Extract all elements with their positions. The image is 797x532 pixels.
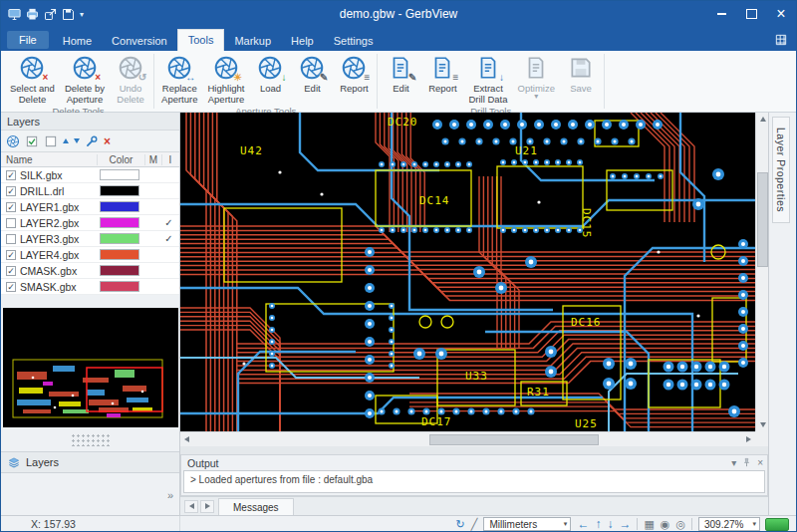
save-icon[interactable] — [61, 7, 76, 22]
measure-icon[interactable]: ╱ — [471, 519, 478, 530]
tab-nav-right-arrow[interactable] — [200, 500, 214, 513]
layer-color-swatch[interactable] — [100, 217, 139, 228]
ribbon-button-save[interactable]: Save — [560, 54, 602, 95]
tab-conversion[interactable]: Conversion — [102, 31, 177, 51]
app-icon[interactable] — [7, 7, 22, 22]
ribbon-button-load[interactable]: ↓Load — [249, 54, 291, 95]
layer-color-swatch[interactable] — [100, 265, 139, 276]
layer-color-swatch[interactable] — [100, 233, 139, 244]
ribbon-button-extract-drill-data[interactable]: ↓ExtractDrill Data — [463, 54, 512, 106]
tab-file[interactable]: File — [7, 31, 49, 49]
layer-settings-wrench-icon[interactable] — [85, 134, 99, 148]
window-minimize-button[interactable] — [706, 1, 736, 27]
vertical-scroll-thumb[interactable] — [757, 172, 768, 267]
layer-visibility-checkbox[interactable]: ✓ — [6, 250, 16, 260]
layer-color-swatch[interactable] — [100, 169, 139, 180]
output-log-line[interactable]: > Loaded apertures from file : default.g… — [183, 470, 765, 493]
ribbon-options-icon[interactable] — [774, 33, 788, 47]
board-preview[interactable] — [3, 308, 178, 427]
vertical-scrollbar[interactable] — [755, 113, 768, 431]
ribbon-button-report[interactable]: ≡Report — [333, 54, 375, 95]
nudge-down-button[interactable]: ↓ — [607, 518, 613, 530]
tab-messages[interactable]: Messages — [218, 498, 294, 515]
tab-nav-left-arrow[interactable] — [184, 500, 198, 513]
column-m[interactable]: M — [144, 154, 161, 165]
pcb-canvas[interactable]: U42DC20U21DC14DC15DC16U33R31DC17U25 — [180, 113, 755, 431]
layer-row[interactable]: ✓CMASK.gbx — [1, 263, 179, 279]
layer-row[interactable]: LAYER2.gbx✓ — [1, 215, 179, 231]
layer-visibility-checkbox[interactable] — [6, 234, 16, 244]
layer-color-swatch[interactable] — [100, 281, 139, 292]
column-name[interactable]: Name — [1, 154, 97, 165]
auto-redraw-button[interactable] — [765, 518, 789, 531]
move-layer-up-icon[interactable] — [63, 138, 69, 143]
check-all-icon[interactable] — [25, 134, 39, 148]
layers-bottom-tab[interactable]: Layers — [1, 451, 179, 473]
layer-row[interactable]: LAYER3.gbx✓ — [1, 231, 179, 247]
layer-row[interactable]: ✓SILK.gbx — [1, 167, 179, 183]
layer-visibility-checkbox[interactable]: ✓ — [6, 266, 16, 276]
layer-row[interactable]: ✓DRILL.drl — [1, 183, 179, 199]
layer-i-cell[interactable]: ✓ — [160, 217, 177, 228]
ribbon-button-edit[interactable]: ✎Edit — [291, 54, 333, 95]
snap-toggle-icon[interactable]: ◉ — [661, 519, 670, 530]
delete-layer-icon[interactable]: × — [104, 135, 111, 147]
ribbon-button-delete-by-aperture[interactable]: ×Delete byAperture — [60, 54, 110, 106]
layer-visibility-checkbox[interactable]: ✓ — [6, 282, 16, 292]
output-splitter[interactable] — [180, 446, 768, 454]
ribbon-button-select-and-delete[interactable]: ×Select andDelete — [5, 54, 60, 106]
panel-splitter-handle[interactable] — [71, 433, 111, 446]
window-maximize-button[interactable] — [736, 1, 766, 27]
column-i[interactable]: I — [161, 154, 178, 165]
output-close-icon[interactable]: × — [757, 457, 763, 468]
move-layer-down-icon[interactable] — [74, 138, 80, 143]
layer-visibility-checkbox[interactable]: ✓ — [6, 202, 16, 212]
tab-home[interactable]: Home — [53, 31, 102, 51]
pan-icon[interactable]: ↻ — [456, 519, 465, 530]
tab-help[interactable]: Help — [281, 31, 324, 51]
tab-markup[interactable]: Markup — [224, 31, 281, 51]
tab-tools[interactable]: Tools — [177, 29, 225, 51]
layer-color-swatch[interactable] — [100, 201, 139, 212]
layer-properties-tab[interactable]: Layer Properties — [772, 117, 790, 223]
uncheck-all-icon[interactable] — [44, 134, 58, 148]
zoom-select[interactable]: 309.27% ▾ — [698, 517, 760, 531]
layer-visibility-checkbox[interactable]: ✓ — [6, 186, 16, 196]
layer-color-swatch[interactable] — [100, 185, 139, 196]
scroll-left-arrow[interactable] — [180, 433, 193, 446]
layer-row[interactable]: ✓LAYER1.gbx — [1, 199, 179, 215]
layer-row[interactable]: ✓LAYER4.gbx — [1, 247, 179, 263]
scroll-right-arrow[interactable] — [742, 433, 755, 446]
ribbon-button-highlight-aperture[interactable]: ☀HighlightAperture — [202, 54, 249, 106]
layer-row[interactable]: ✓SMASK.gbx — [1, 279, 179, 295]
layer-name: SILK.gbx — [20, 169, 96, 181]
nudge-right-button[interactable]: → — [619, 518, 631, 530]
output-menu-icon[interactable]: ▾ — [731, 457, 736, 468]
ribbon-button-edit[interactable]: ✎Edit — [380, 54, 421, 95]
layer-color-swatch[interactable] — [100, 249, 139, 260]
units-select[interactable]: Millimeters ▾ — [483, 517, 571, 531]
layer-i-cell[interactable]: ✓ — [160, 233, 177, 244]
ribbon-button-report[interactable]: ≡Report — [421, 54, 463, 95]
grid-toggle-icon[interactable]: ▦ — [644, 519, 654, 530]
qat-dropdown-icon[interactable]: ▾ — [80, 10, 84, 19]
ribbon-button-replace-aperture[interactable]: ↔ReplaceAperture — [156, 54, 202, 106]
horizontal-scrollbar[interactable] — [180, 431, 755, 446]
aperture-tool-icon[interactable] — [6, 134, 20, 148]
ribbon-button-undo-delete[interactable]: ↺UndoDelete — [110, 54, 151, 106]
layer-visibility-checkbox[interactable]: ✓ — [6, 170, 16, 180]
output-pin-icon[interactable] — [741, 457, 752, 468]
horizontal-scroll-thumb[interactable] — [429, 434, 599, 445]
nudge-left-button[interactable]: ← — [577, 518, 589, 530]
export-icon[interactable] — [43, 7, 58, 22]
origin-toggle-icon[interactable]: ◎ — [675, 519, 685, 530]
window-close-button[interactable] — [766, 1, 796, 27]
ribbon-button-optimize[interactable]: Optimize▾ — [513, 54, 560, 101]
layer-visibility-checkbox[interactable] — [6, 218, 16, 228]
nudge-up-button[interactable]: ↑ — [595, 518, 601, 530]
print-icon[interactable] — [25, 7, 40, 22]
column-color[interactable]: Color — [97, 154, 144, 165]
pcb-viewport[interactable]: U42DC20U21DC14DC15DC16U33R31DC17U25 — [180, 113, 755, 431]
panel-expand-chevron[interactable]: » — [167, 489, 173, 501]
tab-settings[interactable]: Settings — [324, 31, 384, 51]
